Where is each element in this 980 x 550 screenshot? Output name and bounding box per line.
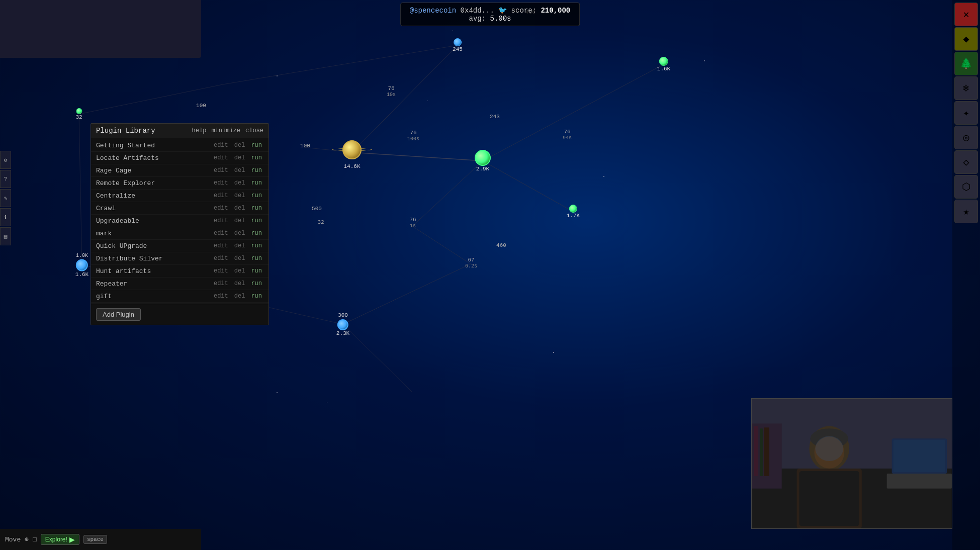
planet-sphere — [659, 57, 668, 66]
plugin-edit-btn[interactable]: edit — [212, 280, 230, 288]
plugin-run-btn[interactable]: run — [249, 292, 263, 300]
plugin-edit-btn[interactable]: edit — [212, 141, 230, 149]
svg-rect-26 — [760, 428, 763, 476]
planet-node-1.6k-left[interactable]: 1.0K 1.6K — [75, 253, 88, 278]
diamond2-icon[interactable]: ◇ — [954, 150, 978, 174]
planet-score-top: 1.0K — [76, 253, 88, 258]
plugin-del-btn[interactable]: del — [233, 254, 247, 262]
plugin-row-11[interactable]: Repeater edit del run — [91, 278, 269, 290]
plugin-del-btn[interactable]: del — [233, 166, 247, 174]
plugin-run-btn[interactable]: run — [249, 154, 263, 162]
plugin-run-btn[interactable]: run — [249, 141, 263, 149]
plugin-row-4[interactable]: Centralize edit del run — [91, 190, 269, 202]
plugin-row-0[interactable]: Getting Started edit del run — [91, 139, 269, 152]
plugin-run-btn[interactable]: run — [249, 204, 263, 212]
ring-icon[interactable]: ◎ — [954, 126, 978, 149]
hex-icon[interactable]: ⬡ — [954, 175, 978, 199]
plugin-name: Crawl — [96, 205, 212, 212]
plugin-footer: Add Plugin — [91, 304, 269, 325]
question-icon[interactable]: ? — [0, 170, 11, 188]
plugin-run-btn[interactable]: run — [249, 179, 263, 187]
plugin-edit-btn[interactable]: edit — [212, 217, 230, 225]
plugin-del-btn[interactable]: del — [233, 280, 247, 288]
info-icon[interactable]: ℹ — [0, 208, 11, 226]
planet-score: 1.6K — [657, 66, 670, 72]
plugin-edit-btn[interactable]: edit — [212, 254, 230, 262]
cancel-icon[interactable]: ✕ — [954, 3, 978, 26]
plugin-edit-btn[interactable]: edit — [212, 229, 230, 237]
plugin-name: Hunt artifacts — [96, 267, 212, 275]
plugin-row-3[interactable]: Remote Explorer edit del run — [91, 177, 269, 190]
plugin-del-btn[interactable]: del — [233, 204, 247, 212]
plugin-row-6[interactable]: Upgradeable edit del run — [91, 215, 269, 227]
star2-icon[interactable]: ✦ — [954, 101, 978, 125]
plugin-del-btn[interactable]: del — [233, 192, 247, 200]
plugin-row-8[interactable]: Quick UPgrade edit del run — [91, 240, 269, 252]
layers-icon[interactable]: ▤ — [0, 227, 11, 245]
plugin-run-btn[interactable]: run — [249, 217, 263, 225]
planet-node-1.6k-right[interactable]: 1.6K — [657, 57, 670, 72]
svg-rect-23 — [894, 440, 945, 472]
planet-node-245[interactable]: 245 — [453, 38, 463, 52]
planet-node-1.7k[interactable]: 1.7K — [567, 205, 580, 219]
play-icon: ▶ — [69, 535, 75, 543]
explore-label: Explore! — [45, 536, 67, 543]
plugin-row-7[interactable]: mark edit del run — [91, 227, 269, 240]
plugin-action-group: edit del run — [212, 229, 263, 237]
diamond-icon[interactable]: ◆ — [954, 27, 978, 51]
planet-sphere — [454, 38, 462, 46]
snowflake-icon[interactable]: ❄ — [954, 76, 978, 100]
plugin-del-btn[interactable]: del — [233, 267, 247, 275]
plugin-edit-btn[interactable]: edit — [212, 179, 230, 187]
square-icon[interactable]: □ — [33, 536, 37, 543]
planet-node-14.6k[interactable]: 14.6K — [332, 136, 372, 169]
planet-sphere — [76, 259, 88, 271]
plugin-close-btn[interactable]: close — [245, 127, 263, 134]
planet-node-2.3k[interactable]: 300 2.3K — [336, 312, 349, 336]
plugin-del-btn[interactable]: del — [233, 141, 247, 149]
plugin-del-btn[interactable]: del — [233, 242, 247, 250]
planet-score-top: 300 — [338, 312, 348, 318]
explore-button[interactable]: Explore! ▶ — [41, 534, 79, 545]
plugin-run-btn[interactable]: run — [249, 267, 263, 275]
plugin-del-btn[interactable]: del — [233, 292, 247, 300]
planet-node-32[interactable]: 32 — [75, 108, 82, 120]
plugin-run-btn[interactable]: run — [249, 166, 263, 174]
svg-rect-27 — [764, 427, 769, 476]
twitter-icon: 🐦 — [498, 7, 511, 15]
plugin-run-btn[interactable]: run — [249, 229, 263, 237]
plugin-edit-btn[interactable]: edit — [212, 154, 230, 162]
plugin-edit-btn[interactable]: edit — [212, 292, 230, 300]
plugin-edit-btn[interactable]: edit — [212, 166, 230, 174]
plugin-edit-btn[interactable]: edit — [212, 242, 230, 250]
plugin-del-btn[interactable]: del — [233, 154, 247, 162]
plugin-edit-btn[interactable]: edit — [212, 192, 230, 200]
plugin-del-btn[interactable]: del — [233, 229, 247, 237]
plugin-row-9[interactable]: Distribute Silver edit del run — [91, 252, 269, 265]
move-icon[interactable]: ⊕ — [25, 535, 29, 543]
plugin-run-btn[interactable]: run — [249, 242, 263, 250]
plugin-del-btn[interactable]: del — [233, 217, 247, 225]
add-plugin-button[interactable]: Add Plugin — [96, 308, 141, 321]
tree-icon[interactable]: 🌲 — [954, 52, 978, 75]
plugin-run-btn[interactable]: run — [249, 192, 263, 200]
plugin-edit-btn[interactable]: edit — [212, 204, 230, 212]
plugin-row-10[interactable]: Hunt artifacts edit del run — [91, 265, 269, 278]
space-key[interactable]: space — [83, 535, 107, 544]
plugin-help-btn[interactable]: help — [192, 127, 207, 134]
star3-icon[interactable]: ★ — [954, 200, 978, 223]
plugin-edit-btn[interactable]: edit — [212, 267, 230, 275]
plugin-run-btn[interactable]: run — [249, 254, 263, 262]
plugin-minimize-btn[interactable]: minimize — [211, 127, 240, 134]
plugin-del-btn[interactable]: del — [233, 179, 247, 187]
gear-icon[interactable]: ⚙ — [0, 151, 11, 169]
plugin-name: Repeater — [96, 280, 212, 288]
username[interactable]: @spencecoin — [410, 7, 456, 15]
planet-node-2.9k[interactable]: 2.9K — [475, 150, 491, 172]
plugin-run-btn[interactable]: run — [249, 280, 263, 288]
plugin-row-2[interactable]: Rage Cage edit del run — [91, 164, 269, 177]
plugin-row-1[interactable]: Locate Artifacts edit del run — [91, 152, 269, 164]
plugin-row-12[interactable]: gift edit del run — [91, 290, 269, 303]
pencil-icon[interactable]: ✎ — [0, 189, 11, 207]
plugin-row-5[interactable]: Crawl edit del run — [91, 202, 269, 215]
